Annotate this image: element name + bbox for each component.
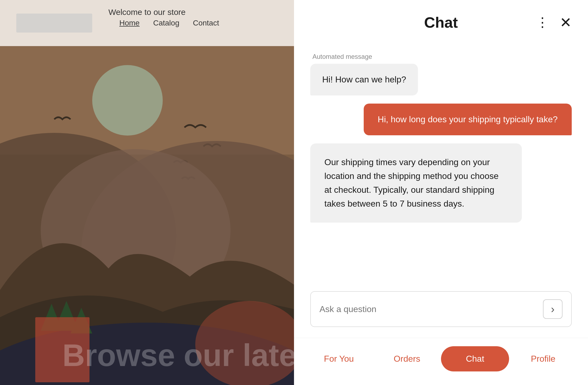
chat-input-wrapper: › [310, 291, 572, 327]
send-icon: › [551, 303, 554, 315]
welcome-text: Welcome to our store [108, 8, 186, 17]
automated-bubble: Hi! How can we help? [310, 64, 418, 95]
chat-input[interactable] [319, 304, 543, 314]
chat-panel: Chat ⋮ ✕ Automated message Hi! How can w… [294, 0, 588, 385]
hero-illustration: Browse our latest [0, 46, 294, 385]
svg-text:Browse our latest: Browse our latest [62, 338, 294, 373]
bot-bubble: Our shipping times vary depending on you… [310, 143, 522, 223]
tab-orders[interactable]: Orders [373, 346, 441, 371]
tab-profile[interactable]: Profile [509, 346, 577, 371]
store-logo [16, 14, 92, 33]
nav-contact[interactable]: Contact [193, 19, 219, 27]
send-button[interactable]: › [543, 299, 563, 319]
bottom-nav: For You Orders Chat Profile [294, 338, 588, 385]
more-options-icon[interactable]: ⋮ [536, 16, 549, 29]
automated-label: Automated message [310, 53, 418, 60]
user-bubble: Hi, how long does your shipping typicall… [364, 104, 572, 135]
store-header: Welcome to our store Home Catalog Contac… [0, 0, 294, 46]
chat-title: Chat [424, 14, 458, 31]
chat-input-area: › [294, 280, 588, 338]
tab-for-you[interactable]: For You [305, 346, 373, 371]
svg-point-2 [92, 65, 163, 136]
automated-message: Automated message Hi! How can we help? [310, 53, 418, 95]
store-nav: Home Catalog Contact [119, 19, 219, 27]
nav-catalog[interactable]: Catalog [153, 19, 180, 27]
close-icon[interactable]: ✕ [560, 14, 572, 31]
nav-home[interactable]: Home [119, 19, 140, 27]
bot-message: Our shipping times vary depending on you… [310, 143, 522, 223]
store-background: Welcome to our store Home Catalog Contac… [0, 0, 294, 385]
user-message: Hi, how long does your shipping typicall… [364, 104, 572, 135]
chat-messages: Automated message Hi! How can we help? H… [294, 42, 588, 280]
chat-header-icons: ⋮ ✕ [536, 14, 572, 31]
tab-chat[interactable]: Chat [441, 346, 509, 371]
chat-header: Chat ⋮ ✕ [294, 0, 588, 42]
